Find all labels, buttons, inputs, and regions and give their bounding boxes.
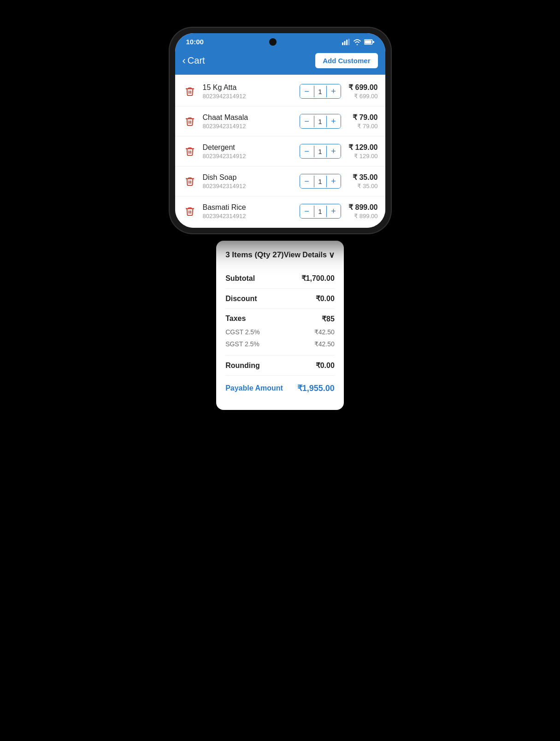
item-info-0: 15 Kg Atta 8023942314912 xyxy=(197,83,300,100)
payable-value: ₹1,955.00 xyxy=(297,383,335,393)
nav-bar: ‹ Cart Add Customer xyxy=(175,48,385,75)
delete-button-2[interactable] xyxy=(183,144,197,159)
trash-icon-1 xyxy=(185,116,195,126)
item-barcode-4: 8023942314912 xyxy=(203,213,294,219)
item-name-3: Dish Soap xyxy=(203,173,294,182)
summary-card: 3 Items (Qty 27) View Details ∨ Subtotal… xyxy=(216,241,344,410)
sgst-row: SGST 2.5% ₹42.50 xyxy=(225,338,335,350)
back-arrow-icon: ‹ xyxy=(183,55,186,67)
qty-increase-2[interactable]: + xyxy=(327,144,341,158)
item-info-1: Chaat Masala 8023942314912 xyxy=(197,113,300,130)
camera-notch xyxy=(269,38,277,46)
status-icons xyxy=(342,39,374,45)
cart-items-list: 15 Kg Atta 8023942314912 − 1 + ₹ 699.00 … xyxy=(175,75,385,228)
qty-value-0: 1 xyxy=(314,86,327,97)
qty-increase-3[interactable]: + xyxy=(327,174,341,188)
taxes-row: Taxes ₹85 CGST 2.5% ₹42.50 SGST 2.5% ₹42… xyxy=(225,309,335,356)
cart-item-3: Dish Soap 8023942314912 − 1 + ₹ 35.00 ₹ … xyxy=(175,166,385,196)
phone-screen: 10:00 xyxy=(175,33,385,228)
discount-value: ₹0.00 xyxy=(316,294,335,303)
add-customer-button[interactable]: Add Customer xyxy=(315,53,377,68)
sgst-value: ₹42.50 xyxy=(314,340,335,348)
qty-control-4: − 1 + xyxy=(300,204,341,219)
qty-control-1: − 1 + xyxy=(300,114,341,129)
item-info-3: Dish Soap 8023942314912 xyxy=(197,173,300,190)
qty-decrease-3[interactable]: − xyxy=(300,174,314,188)
view-details-label: View Details xyxy=(284,251,327,259)
taxes-label: Taxes xyxy=(225,314,246,323)
delete-button-3[interactable] xyxy=(183,174,197,189)
price-sub-4: ₹ 899.00 xyxy=(348,213,378,219)
item-price-3: ₹ 35.00 ₹ 35.00 xyxy=(341,173,378,190)
payable-label: Payable Amount xyxy=(225,384,283,392)
qty-value-1: 1 xyxy=(314,116,327,127)
items-qty-label: 3 Items (Qty 27) xyxy=(225,250,284,260)
discount-label: Discount xyxy=(225,295,257,303)
subtotal-label: Subtotal xyxy=(225,274,255,283)
delete-button-1[interactable] xyxy=(183,114,197,129)
qty-decrease-1[interactable]: − xyxy=(300,114,314,128)
nav-title: Cart xyxy=(188,55,205,66)
item-price-2: ₹ 129.00 ₹ 129.00 xyxy=(341,143,378,160)
price-main-4: ₹ 899.00 xyxy=(348,203,378,212)
qty-decrease-0[interactable]: − xyxy=(300,84,314,98)
sgst-label: SGST 2.5% xyxy=(225,340,259,348)
delete-button-0[interactable] xyxy=(183,84,197,99)
cgst-label: CGST 2.5% xyxy=(225,328,259,336)
price-main-1: ₹ 79.00 xyxy=(348,113,378,122)
svg-rect-1 xyxy=(344,41,345,45)
item-name-1: Chaat Masala xyxy=(203,113,294,122)
svg-rect-3 xyxy=(348,39,349,45)
cart-item-2: Detergent 8023942314912 − 1 + ₹ 129.00 ₹… xyxy=(175,136,385,166)
back-button[interactable]: ‹ Cart xyxy=(183,55,205,67)
svg-rect-5 xyxy=(373,41,374,43)
qty-value-3: 1 xyxy=(314,176,327,187)
cart-item-4: Basmati Rice 8023942314912 − 1 + ₹ 899.0… xyxy=(175,196,385,226)
qty-decrease-4[interactable]: − xyxy=(300,204,314,218)
price-sub-2: ₹ 129.00 xyxy=(348,153,378,160)
item-name-0: 15 Kg Atta xyxy=(203,83,294,92)
qty-control-2: − 1 + xyxy=(300,144,341,159)
signal-icon xyxy=(342,39,350,45)
item-info-2: Detergent 8023942314912 xyxy=(197,143,300,160)
qty-control-0: − 1 + xyxy=(300,84,341,99)
subtotal-value: ₹1,700.00 xyxy=(301,274,335,283)
trash-icon-2 xyxy=(185,146,195,156)
price-sub-3: ₹ 35.00 xyxy=(348,183,378,190)
svg-rect-0 xyxy=(342,42,343,45)
price-main-3: ₹ 35.00 xyxy=(348,173,378,182)
rounding-label: Rounding xyxy=(225,362,260,370)
item-info-4: Basmati Rice 8023942314912 xyxy=(197,203,300,219)
item-price-1: ₹ 79.00 ₹ 79.00 xyxy=(341,113,378,130)
item-barcode-0: 8023942314912 xyxy=(203,93,294,100)
item-barcode-3: 8023942314912 xyxy=(203,183,294,190)
status-time: 10:00 xyxy=(186,38,204,46)
cgst-value: ₹42.50 xyxy=(314,328,335,336)
taxes-value: ₹85 xyxy=(322,314,335,323)
trash-icon-0 xyxy=(185,86,195,96)
battery-icon xyxy=(364,39,374,45)
price-main-0: ₹ 699.00 xyxy=(348,83,378,92)
price-sub-1: ₹ 79.00 xyxy=(348,123,378,130)
item-barcode-2: 8023942314912 xyxy=(203,153,294,160)
discount-row: Discount ₹0.00 xyxy=(225,289,335,309)
qty-increase-1[interactable]: + xyxy=(327,114,341,128)
cart-item-1: Chaat Masala 8023942314912 − 1 + ₹ 79.00… xyxy=(175,107,385,136)
qty-value-4: 1 xyxy=(314,206,327,217)
wifi-icon xyxy=(353,39,361,45)
qty-increase-0[interactable]: + xyxy=(327,84,341,98)
item-name-4: Basmati Rice xyxy=(203,203,294,212)
cart-item-0: 15 Kg Atta 8023942314912 − 1 + ₹ 699.00 … xyxy=(175,77,385,107)
qty-increase-4[interactable]: + xyxy=(327,204,341,218)
price-sub-0: ₹ 699.00 xyxy=(348,93,378,100)
item-price-4: ₹ 899.00 ₹ 899.00 xyxy=(341,203,378,219)
qty-decrease-2[interactable]: − xyxy=(300,144,314,158)
trash-icon-3 xyxy=(185,176,195,186)
view-details-button[interactable]: View Details ∨ xyxy=(284,250,335,260)
summary-header: 3 Items (Qty 27) View Details ∨ xyxy=(225,250,335,260)
payable-row: Payable Amount ₹1,955.00 xyxy=(225,376,335,399)
qty-value-2: 1 xyxy=(314,146,327,157)
delete-button-4[interactable] xyxy=(183,204,197,219)
status-bar: 10:00 xyxy=(175,33,385,48)
qty-control-3: − 1 + xyxy=(300,174,341,189)
